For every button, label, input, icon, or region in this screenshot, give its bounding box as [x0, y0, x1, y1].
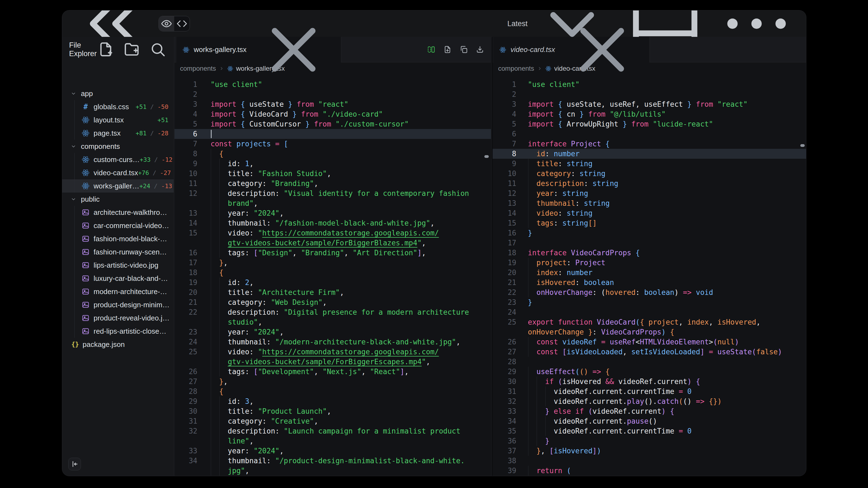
code-line[interactable]: 25export function VideoCard({ project, i… — [493, 317, 806, 327]
code-line[interactable]: onHoverChange }: VideoCardProps) { — [493, 327, 806, 337]
code-line[interactable]: 32 videoRef.current.play().catch(() => {… — [493, 396, 806, 406]
code-line[interactable]: 39 return ( — [493, 466, 806, 476]
tree-item[interactable]: car-commercial-video… — [62, 219, 174, 232]
preview-mode-button[interactable] — [159, 16, 174, 31]
code-line[interactable]: 8 { — [175, 149, 491, 159]
tree-item[interactable]: fashion-model-black-… — [62, 232, 174, 246]
code-line[interactable]: 19 project: Project — [493, 258, 806, 268]
code-editor-left[interactable]: 1"use client"23import { useState } from … — [175, 75, 491, 476]
tree-item[interactable]: modern-architecture-… — [62, 285, 174, 298]
code-line[interactable]: 7const projects = [ — [175, 139, 491, 149]
code-line[interactable]: 35 videoRef.current.currentTime = 0 — [493, 426, 806, 436]
tree-folder-components[interactable]: components — [62, 140, 174, 153]
code-line[interactable]: 27 }, — [175, 377, 491, 387]
code-line[interactable]: 30 if (isHovered && videoRef.current) { — [493, 377, 806, 387]
code-line[interactable]: 30 title: "Product Launch", — [175, 406, 491, 416]
download-button[interactable] — [475, 45, 484, 54]
code-line[interactable]: gtv-videos-bucket/sample/ForBiggerBlazes… — [175, 238, 491, 248]
collapse-panel-button[interactable] — [68, 458, 81, 470]
code-line[interactable]: 23 year: "2024", — [175, 327, 491, 337]
copy-button[interactable] — [459, 45, 468, 54]
tree-item[interactable]: #globals.css+51 / -50 — [62, 100, 174, 113]
breadcrumb-folder[interactable]: components — [180, 65, 216, 72]
tree-item[interactable]: product-reveal-video.j… — [62, 312, 174, 325]
code-line[interactable]: studio", — [175, 317, 491, 327]
code-line[interactable]: 36 } — [493, 436, 806, 446]
tree-folder-app[interactable]: app — [62, 87, 174, 100]
code-line[interactable]: gtv-videos-bucket/sample/ForBiggerEscape… — [175, 357, 491, 367]
code-line[interactable]: 33 year: "2024", — [175, 446, 491, 456]
code-line[interactable]: 3import { useState } from "react" — [175, 99, 491, 109]
code-line[interactable]: 18 { — [175, 268, 491, 278]
code-line[interactable]: 13 thumbnail: string — [493, 198, 806, 208]
code-line[interactable]: 18interface VideoCardProps { — [493, 248, 806, 258]
tree-item[interactable]: lips-artistic-video.jpg — [62, 259, 174, 272]
new-file-button[interactable] — [97, 40, 115, 58]
code-line[interactable]: brand", — [175, 198, 491, 208]
code-line[interactable]: 28 { — [175, 387, 491, 396]
tree-item[interactable]: layout.tsx+51 — [62, 113, 174, 127]
tree-item[interactable]: {}package.json — [62, 338, 174, 351]
code-line[interactable]: 29 id: 3, — [175, 396, 491, 406]
code-line[interactable]: 6 — [493, 129, 806, 139]
code-line[interactable]: 34 videoRef.current.pause() — [493, 416, 806, 426]
tree-item[interactable]: fashion-runway-scen… — [62, 246, 174, 259]
code-line[interactable]: 11 category: "Branding", — [175, 178, 491, 189]
code-line[interactable]: 24 thumbnail: "/modern-architecture-blac… — [175, 337, 491, 347]
tree-folder-public[interactable]: public — [62, 193, 174, 206]
code-line[interactable]: 28 — [493, 357, 806, 367]
code-line[interactable]: 25 video: "https://commondatastorage.goo… — [175, 347, 491, 357]
code-line[interactable]: 9 title: string — [493, 159, 806, 169]
code-line[interactable]: 6 — [175, 129, 491, 139]
tree-item[interactable]: red-lips-artistic-close… — [62, 325, 174, 338]
code-line[interactable]: 5import { CustomCursor } from "./custom-… — [175, 119, 491, 129]
code-line[interactable]: 29 useEffect(() => { — [493, 367, 806, 377]
code-line[interactable]: 31 category: "Creative", — [175, 416, 491, 426]
new-folder-button[interactable] — [123, 40, 141, 58]
code-line[interactable]: 4import { cn } from "@/lib/utils" — [493, 109, 806, 119]
tree-item[interactable]: custom-curs…+33 / -12 — [62, 153, 174, 166]
tree-item[interactable]: architecture-walkthro… — [62, 206, 174, 219]
code-line[interactable]: 7interface Project { — [493, 139, 806, 149]
code-line[interactable]: 31 videoRef.current.currentTime = 0 — [493, 387, 806, 396]
scrollbar-thumb[interactable] — [484, 155, 489, 158]
code-line[interactable]: 26 const videoRef = useRef<HTMLVideoElem… — [493, 337, 806, 347]
file-plus-button[interactable] — [443, 45, 452, 54]
code-line[interactable]: line", — [175, 436, 491, 446]
code-mode-button[interactable] — [174, 16, 190, 31]
code-line[interactable]: 22 description: "Digital presence for a … — [175, 307, 491, 317]
code-line[interactable]: 4import { VideoCard } from "./video-card… — [175, 109, 491, 119]
code-line[interactable]: 10 title: "Fashion Studio", — [175, 169, 491, 178]
tab-works-gallery[interactable]: works-gallery.tsx — [177, 37, 341, 62]
code-line[interactable]: 11 description: string — [493, 178, 806, 189]
code-line[interactable]: 20 index: number — [493, 268, 806, 278]
code-line[interactable]: 17 }, — [175, 258, 491, 268]
code-line[interactable]: 8 id: number — [493, 149, 806, 159]
code-editor-right[interactable]: 1"use client"23import { useState, useRef… — [493, 75, 806, 476]
code-line[interactable]: 14 thumbnail: "/fashion-model-black-and-… — [175, 218, 491, 228]
code-line[interactable]: 3import { useState, useRef, useEffect } … — [493, 99, 806, 109]
code-line[interactable]: 20 title: "Architecture Firm", — [175, 288, 491, 297]
tab-video-card[interactable]: video-card.tsx — [493, 37, 650, 62]
tree-item[interactable]: works-galler…+24 / -13 — [62, 180, 174, 193]
code-line[interactable]: 19 id: 2, — [175, 278, 491, 288]
code-line[interactable]: 15 video: "https://commondatastorage.goo… — [175, 228, 491, 238]
code-line[interactable]: 23} — [493, 297, 806, 307]
code-line[interactable]: 10 category: string — [493, 169, 806, 178]
code-line[interactable]: 38 — [493, 456, 806, 466]
code-line[interactable]: 24 — [493, 307, 806, 317]
code-line[interactable]: 16} — [493, 228, 806, 238]
code-line[interactable]: 27 const [isVideoLoaded, setIsVideoLoade… — [493, 347, 806, 357]
code-line[interactable]: 21 isHovered: boolean — [493, 278, 806, 288]
breadcrumb-folder[interactable]: components — [498, 65, 534, 72]
code-line[interactable]: 1"use client" — [493, 79, 806, 89]
code-line[interactable]: 34 thumbnail: "/product-design-minimalis… — [175, 456, 491, 466]
code-line[interactable]: 32 description: "Launch campaign for a m… — [175, 426, 491, 436]
code-line[interactable]: 5import { ArrowUpRight } from "lucide-re… — [493, 119, 806, 129]
search-button[interactable] — [149, 40, 167, 58]
code-line[interactable]: 17 — [493, 238, 806, 248]
split-diff-button[interactable] — [427, 45, 436, 54]
code-line[interactable]: 9 id: 1, — [175, 159, 491, 169]
code-line[interactable]: 33 } else if (videoRef.current) { — [493, 406, 806, 416]
tree-item[interactable]: luxury-car-black-and-… — [62, 272, 174, 285]
